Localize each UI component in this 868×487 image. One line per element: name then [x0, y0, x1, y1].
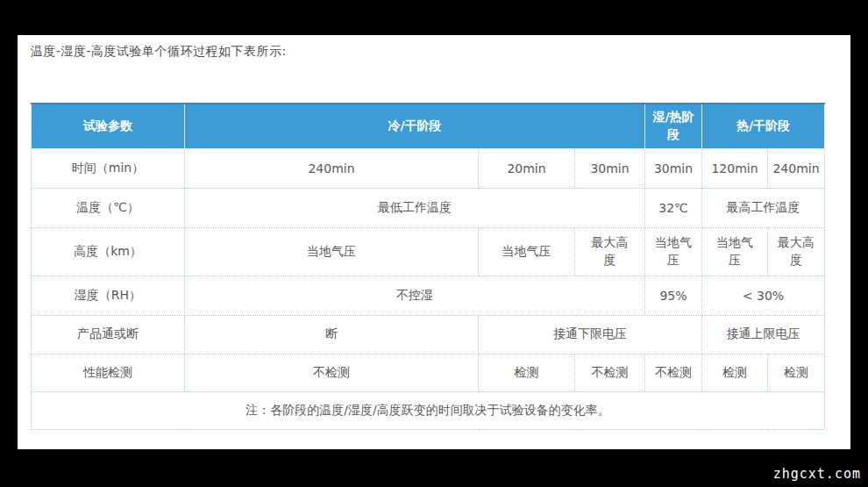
table-row-temperature: 温度（℃） 最低工作温度 32℃ 最高工作温度: [32, 188, 825, 227]
table-cell: 接通下限电压: [479, 315, 702, 354]
table-cell: 不检测: [645, 354, 702, 391]
table-cell: 32℃: [645, 188, 702, 227]
table-cell-text: 当地气压: [712, 234, 758, 269]
table-cell: 最大高度: [768, 227, 825, 276]
table-cell: 不检测: [575, 354, 645, 391]
table-cell-text: 当地气压: [651, 234, 696, 269]
table-cell: 30min: [575, 148, 645, 188]
header-cell-wet-hot-stage: 湿/热阶段: [645, 104, 702, 148]
table-cell: 240min: [185, 148, 479, 188]
row-label: 高度（km）: [32, 227, 185, 276]
test-cycle-table: 试验参数 冷/干阶段 湿/热阶段 热/干阶段 时间（min） 240min 20…: [31, 103, 825, 430]
table-cell-text: 最大高度: [587, 234, 633, 269]
table-row-humidity: 湿度（RH） 不控湿 95% < 30%: [32, 276, 825, 315]
table-cell: 不控湿: [185, 276, 645, 315]
table-row-time: 时间（min） 240min 20min 30min 30min 120min …: [32, 148, 825, 188]
row-label: 性能检测: [32, 354, 185, 391]
table-cell: 不检测: [185, 354, 479, 391]
row-label: 产品通或断: [32, 315, 185, 354]
content-panel: 温度-湿度-高度试验单个循环过程如下表所示: 试验参数 冷/干阶段 湿/热阶段 …: [18, 35, 850, 449]
table-cell: 240min: [768, 148, 825, 188]
table-cell: 95%: [645, 276, 702, 315]
table-cell: 断: [185, 315, 479, 354]
intro-text: 温度-湿度-高度试验单个循环过程如下表所示:: [31, 44, 287, 60]
row-label: 温度（℃）: [32, 188, 185, 227]
table-cell: < 30%: [702, 276, 825, 315]
row-label: 时间（min）: [32, 148, 185, 188]
table-cell: 30min: [645, 148, 702, 188]
table-cell: 检测: [702, 354, 768, 391]
table-cell-text: 最大高度: [773, 234, 819, 269]
table-row-altitude: 高度（km） 当地气压 当地气压 最大高度 当地气压 当地气压 最大高度: [32, 227, 825, 276]
table-cell: 接通上限电压: [702, 315, 825, 354]
table-cell: 当地气压: [479, 227, 575, 276]
table-cell: 检测: [768, 354, 825, 391]
table-cell: 当地气压: [185, 227, 479, 276]
table-note: 注：各阶段的温度/湿度/高度跃变的时间取决于试验设备的变化率。: [32, 391, 825, 429]
table-cell: 最高工作温度: [702, 188, 825, 227]
watermark-text: zhgcxt.com: [773, 466, 861, 482]
table-header-row: 试验参数 冷/干阶段 湿/热阶段 热/干阶段: [32, 104, 825, 148]
table-cell: 当地气压: [702, 227, 768, 276]
table-cell: 当地气压: [645, 227, 702, 276]
header-cell-cold-dry-stage: 冷/干阶段: [185, 104, 645, 148]
table-row-power-state: 产品通或断 断 接通下限电压 接通上限电压: [32, 315, 825, 354]
table-cell: 最低工作温度: [185, 188, 645, 227]
table-row-performance-check: 性能检测 不检测 检测 不检测 不检测 检测 检测: [32, 354, 825, 391]
table-cell: 检测: [479, 354, 575, 391]
header-cell-hot-dry-stage: 热/干阶段: [702, 104, 825, 148]
table-cell: 20min: [479, 148, 575, 188]
row-label: 湿度（RH）: [32, 276, 185, 315]
table-row-note: 注：各阶段的温度/湿度/高度跃变的时间取决于试验设备的变化率。: [32, 391, 825, 429]
table-cell: 最大高度: [575, 227, 645, 276]
header-cell-wet-hot-label: 湿/热阶段: [651, 109, 696, 143]
header-cell-test-param: 试验参数: [32, 104, 185, 148]
table-cell: 120min: [702, 148, 768, 188]
